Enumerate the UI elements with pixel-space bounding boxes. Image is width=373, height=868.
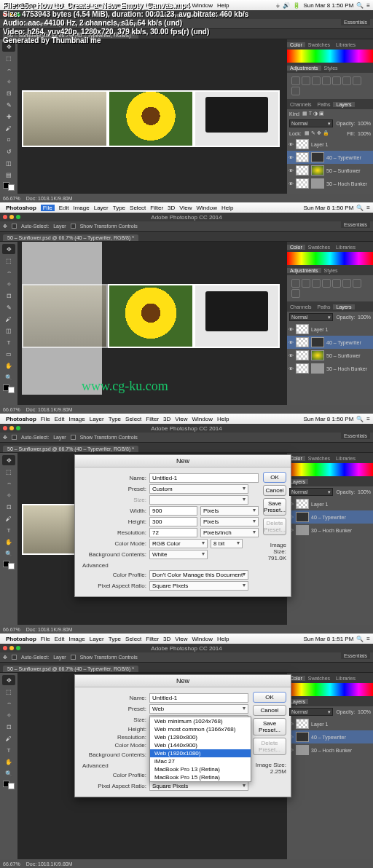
new-document-dialog[interactable]: New Name:Untitled-1 Preset:Web Size: Hei…: [74, 674, 291, 797]
save-preset-button[interactable]: Save Preset...: [253, 718, 286, 735]
show-transform-checkbox[interactable]: [71, 224, 76, 229]
layer-name[interactable]: 40 – Typewriter: [326, 155, 361, 160]
wand-tool-icon[interactable]: ✧: [2, 490, 15, 500]
wand-tool-icon[interactable]: ✧: [2, 710, 15, 720]
color-ramp[interactable]: [287, 252, 373, 265]
brush-tool-icon[interactable]: 🖌: [2, 513, 15, 524]
wand-tool-icon[interactable]: ✧: [2, 76, 15, 87]
zoom-value[interactable]: 66.67%: [3, 196, 20, 201]
layer-name[interactable]: 30 – Hoch Bunker: [326, 181, 367, 186]
marquee-tool-icon[interactable]: ⬚: [2, 687, 15, 697]
auto-select-checkbox[interactable]: [12, 655, 17, 660]
eraser-tool-icon[interactable]: ◫: [2, 326, 15, 336]
canvas-area[interactable]: New Name:Untitled-1 Preset:Custom Size: …: [17, 453, 287, 625]
color-ramp[interactable]: [287, 50, 373, 63]
resolution-input[interactable]: 72: [149, 528, 197, 537]
width-input[interactable]: 900: [149, 506, 197, 516]
layer-row[interactable]: 👁40 – Typewriter: [287, 510, 373, 524]
doc-size[interactable]: Doc: 1018.1K/9.80M: [26, 196, 73, 201]
volume-icon[interactable]: 🔊: [283, 2, 290, 9]
move-tool-icon[interactable]: ✥: [2, 675, 15, 685]
menu-layer[interactable]: Layer: [90, 416, 104, 422]
menu-app[interactable]: Photoshop: [6, 416, 36, 422]
auto-select-target[interactable]: Layer: [53, 435, 66, 440]
size-option[interactable]: iMac 27: [150, 757, 251, 765]
visibility-icon[interactable]: 👁: [288, 339, 294, 345]
menu-type[interactable]: Type: [109, 636, 121, 642]
tab-paths[interactable]: Paths: [315, 304, 334, 309]
zoom-tool-icon[interactable]: 🔍: [2, 372, 15, 382]
spotlight-icon[interactable]: 🔍: [356, 416, 364, 422]
tool-palette[interactable]: ✥ ⬚ ⌢ ✧ ⊡ ✎ ✚ 🖌 ⌑ ↺ ◫ ▤: [0, 39, 17, 194]
wifi-icon[interactable]: ⏚: [276, 2, 280, 9]
tool-palette[interactable]: ✥⬚⌢✧⊡✎🖌◫T▭✋🔍: [0, 242, 17, 405]
layer-row[interactable]: 👁30 – Hoch Bunker: [287, 524, 373, 537]
color-ramp[interactable]: [287, 463, 373, 476]
tab-adjustments[interactable]: Adjustments: [287, 268, 321, 273]
ok-button[interactable]: OK: [253, 692, 286, 703]
spotlight-icon[interactable]: 🔍: [356, 2, 364, 9]
menu-layer[interactable]: Layer: [90, 636, 104, 642]
spotlight-icon[interactable]: 🔍: [356, 205, 364, 211]
lasso-tool-icon[interactable]: ⌢: [2, 478, 15, 489]
layer-name[interactable]: Layer 1: [311, 142, 328, 147]
clock[interactable]: Sun Mar 8 1:51 PM: [303, 636, 353, 642]
size-option[interactable]: MacBook Pro 15 (Retina): [150, 773, 251, 781]
cancel-button[interactable]: Cancel: [253, 705, 286, 716]
menu-type[interactable]: Type: [113, 205, 125, 211]
layer-image-typewriter[interactable]: [194, 90, 280, 147]
zoom-value[interactable]: 66.67%: [3, 861, 20, 867]
tab-paths[interactable]: Paths: [315, 102, 334, 107]
name-input[interactable]: Untitled-1: [149, 473, 259, 483]
height-unit-select[interactable]: Pixels: [200, 517, 259, 526]
hand-tool-icon[interactable]: ✋: [2, 537, 15, 547]
mac-menubar[interactable]: Photoshop FileEditImageLayerTypeSelectFi…: [0, 634, 373, 644]
color-swatch[interactable]: [3, 561, 15, 569]
menu-file[interactable]: File: [41, 205, 55, 211]
menu-image[interactable]: Image: [68, 416, 85, 422]
layer-name[interactable]: 40 – Typewriter: [311, 735, 346, 740]
color-swatch[interactable]: [3, 384, 15, 393]
zoom-tool-icon[interactable]: 🔍: [2, 768, 15, 778]
height-input[interactable]: 300: [149, 517, 197, 526]
layer-image-bunker[interactable]: [22, 284, 108, 348]
new-document-dialog[interactable]: New Name:Untitled-1 Preset:Custom Size: …: [74, 454, 291, 597]
menu-layer[interactable]: Layer: [94, 205, 109, 211]
crop-tool-icon[interactable]: ⊡: [2, 88, 15, 98]
clock[interactable]: Sun Mar 8 1:50 PM: [303, 416, 353, 422]
menu-file[interactable]: File: [41, 636, 50, 642]
auto-select-target[interactable]: Layer: [53, 224, 66, 229]
document-tab[interactable]: 50 – Sunflower.psd @ 66.7% (40 – Typewri…: [3, 666, 138, 672]
menu-app[interactable]: Photoshop: [6, 636, 36, 642]
opacity-value[interactable]: 100%: [358, 121, 371, 126]
menu-edit[interactable]: Edit: [55, 416, 65, 422]
menu-extra-icon[interactable]: ≡: [366, 416, 370, 422]
layer-filter-row[interactable]: Kind▦ T ◑ ▣: [287, 109, 373, 118]
marquee-tool-icon[interactable]: ⬚: [2, 256, 15, 266]
visibility-icon[interactable]: 👁: [288, 366, 294, 371]
menu-window[interactable]: Window: [192, 636, 213, 642]
clock[interactable]: Sun Mar 8 1:50 PM: [303, 205, 353, 211]
ok-button[interactable]: OK: [263, 472, 286, 483]
menu-extra-icon[interactable]: ≡: [366, 205, 370, 211]
pixel-aspect-select[interactable]: Square Pixels: [149, 581, 248, 591]
zoom-tool-icon[interactable]: 🔍: [2, 548, 15, 559]
layer-name[interactable]: 40 – Typewriter: [311, 515, 346, 520]
stamp-tool-icon[interactable]: ⌑: [2, 135, 15, 145]
canvas-area[interactable]: [17, 39, 287, 194]
visibility-icon[interactable]: 👁: [288, 326, 294, 332]
tab-styles[interactable]: Styles: [321, 66, 341, 71]
opacity-value[interactable]: 100%: [358, 489, 371, 494]
menu-view[interactable]: View: [179, 205, 192, 211]
zoom-value[interactable]: 66.67%: [3, 407, 20, 412]
layer-name[interactable]: 40 – Typewriter: [326, 340, 361, 345]
tab-layers[interactable]: Layers: [333, 304, 354, 309]
layer-row[interactable]: 👁30 – Hoch Bunker: [287, 743, 373, 757]
advanced-toggle[interactable]: Advanced: [82, 562, 259, 569]
preset-select[interactable]: Web: [149, 704, 248, 714]
layer-image-sunflower[interactable]: [108, 284, 194, 348]
size-dropdown-list[interactable]: Web minimum (1024x768)Web most common (1…: [149, 717, 251, 782]
menu-image[interactable]: Image: [68, 636, 85, 642]
blend-mode-select[interactable]: Normal: [289, 488, 333, 496]
tab-libraries[interactable]: Libraries: [333, 42, 358, 47]
